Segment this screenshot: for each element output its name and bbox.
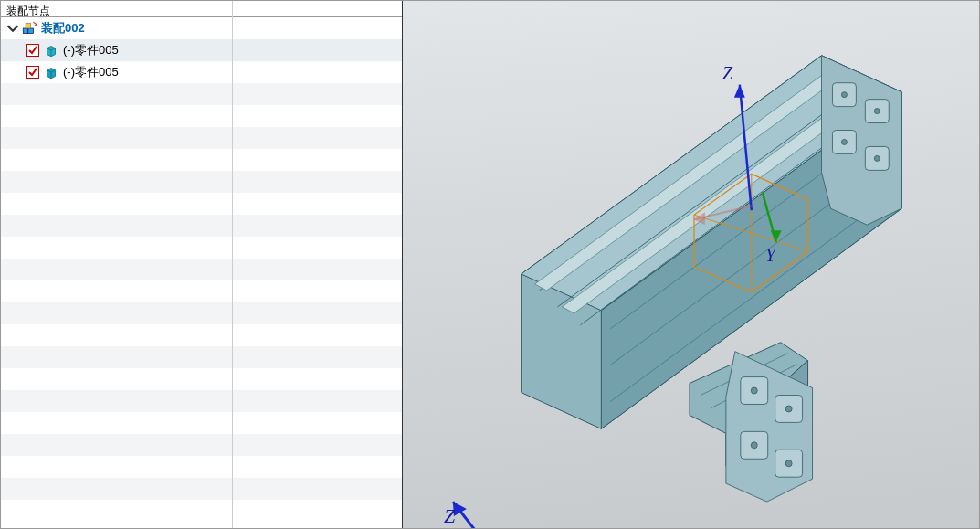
extrusion-large	[522, 56, 902, 429]
svg-point-40	[785, 460, 792, 467]
empty-row	[1, 280, 402, 302]
empty-row	[1, 127, 402, 149]
part-name: 零件005	[75, 65, 119, 79]
empty-row	[1, 346, 402, 368]
empty-row	[1, 259, 402, 280]
empty-row	[1, 412, 402, 434]
svg-point-38	[785, 406, 792, 412]
3d-viewport[interactable]: Z Y Z	[403, 1, 979, 528]
svg-point-25	[841, 139, 847, 144]
part-icon	[43, 64, 59, 80]
assembly-label: 装配002	[41, 17, 85, 39]
empty-row	[1, 324, 402, 346]
empty-row	[1, 83, 402, 105]
empty-row	[1, 500, 402, 522]
svg-point-24	[874, 109, 880, 114]
svg-rect-2	[26, 23, 31, 28]
feature-tree-panel: 装配节点 装配002	[1, 1, 403, 528]
empty-row	[1, 302, 402, 324]
part-prefix: (-)	[63, 43, 75, 57]
svg-point-26	[874, 155, 880, 161]
tree-row-part[interactable]: (-)零件005	[1, 61, 402, 83]
svg-marker-44	[734, 85, 745, 98]
empty-row	[1, 478, 402, 500]
svg-point-37	[751, 387, 757, 394]
svg-point-23	[841, 92, 847, 98]
empty-row	[1, 105, 402, 127]
part-prefix: (-)	[63, 65, 75, 79]
part-icon	[43, 42, 59, 58]
expand-collapse-icon[interactable]	[6, 22, 19, 35]
view-triad[interactable]	[453, 502, 485, 528]
part-label: (-)零件005	[63, 39, 119, 61]
svg-point-39	[751, 442, 757, 449]
tree-header-label: 装配节点	[6, 5, 50, 16]
empty-row	[1, 368, 402, 390]
svg-rect-0	[23, 28, 28, 34]
assembly-icon	[21, 20, 37, 37]
empty-row	[1, 390, 402, 412]
tree-row-assembly[interactable]: 装配002	[1, 17, 402, 39]
empty-row	[1, 434, 402, 456]
empty-row	[1, 149, 402, 171]
empty-row	[1, 237, 402, 259]
axis-label-z: Z	[722, 63, 732, 84]
part-label: (-)零件005	[63, 61, 119, 83]
empty-row	[1, 171, 402, 193]
axis-label-y: Y	[765, 245, 775, 266]
part-name: 零件005	[75, 43, 119, 57]
empty-row	[1, 215, 402, 237]
visibility-checkbox[interactable]	[26, 66, 39, 79]
triad-label-z: Z	[444, 504, 455, 528]
tree-header: 装配节点	[1, 1, 402, 17]
3d-model-canvas[interactable]	[403, 1, 979, 528]
empty-row	[1, 193, 402, 215]
tree-body: 装配002 (-)零件005	[1, 17, 402, 528]
tree-row-part[interactable]: (-)零件005	[1, 39, 402, 61]
visibility-checkbox[interactable]	[26, 44, 39, 57]
extrusion-small	[690, 343, 813, 502]
svg-rect-1	[28, 28, 34, 34]
empty-row	[1, 456, 402, 478]
